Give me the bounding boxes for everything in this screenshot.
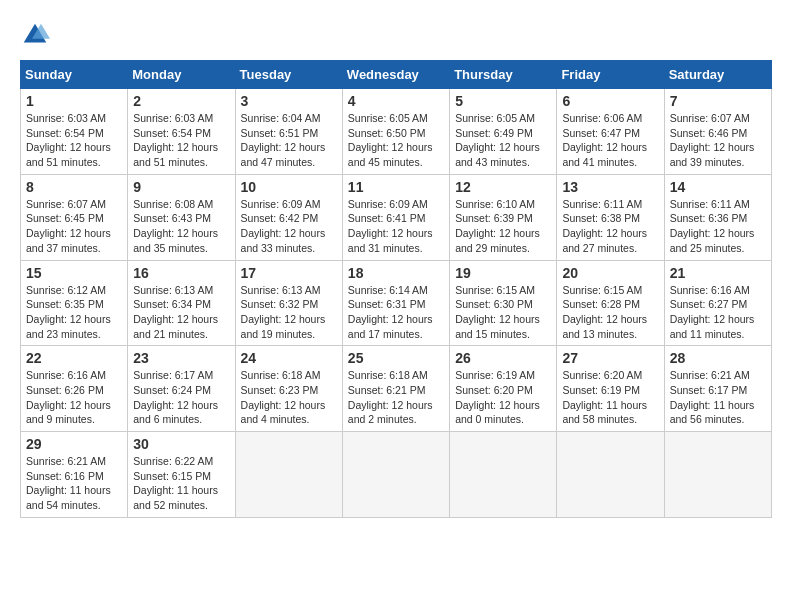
logo: [20, 20, 54, 50]
day-number: 13: [562, 179, 658, 195]
day-number: 27: [562, 350, 658, 366]
day-info: Sunrise: 6:13 AM Sunset: 6:34 PM Dayligh…: [133, 283, 229, 342]
calendar-day-3: 3Sunrise: 6:04 AM Sunset: 6:51 PM Daylig…: [235, 89, 342, 175]
day-info: Sunrise: 6:09 AM Sunset: 6:42 PM Dayligh…: [241, 197, 337, 256]
day-info: Sunrise: 6:11 AM Sunset: 6:36 PM Dayligh…: [670, 197, 766, 256]
day-number: 5: [455, 93, 551, 109]
calendar-day-11: 11Sunrise: 6:09 AM Sunset: 6:41 PM Dayli…: [342, 174, 449, 260]
calendar-day-1: 1Sunrise: 6:03 AM Sunset: 6:54 PM Daylig…: [21, 89, 128, 175]
day-number: 26: [455, 350, 551, 366]
calendar-table: SundayMondayTuesdayWednesdayThursdayFrid…: [20, 60, 772, 518]
day-info: Sunrise: 6:16 AM Sunset: 6:26 PM Dayligh…: [26, 368, 122, 427]
calendar-day-4: 4Sunrise: 6:05 AM Sunset: 6:50 PM Daylig…: [342, 89, 449, 175]
day-info: Sunrise: 6:11 AM Sunset: 6:38 PM Dayligh…: [562, 197, 658, 256]
calendar-day-16: 16Sunrise: 6:13 AM Sunset: 6:34 PM Dayli…: [128, 260, 235, 346]
calendar-day-22: 22Sunrise: 6:16 AM Sunset: 6:26 PM Dayli…: [21, 346, 128, 432]
calendar-week-2: 15Sunrise: 6:12 AM Sunset: 6:35 PM Dayli…: [21, 260, 772, 346]
day-number: 15: [26, 265, 122, 281]
day-number: 14: [670, 179, 766, 195]
day-info: Sunrise: 6:20 AM Sunset: 6:19 PM Dayligh…: [562, 368, 658, 427]
calendar-day-2: 2Sunrise: 6:03 AM Sunset: 6:54 PM Daylig…: [128, 89, 235, 175]
calendar-day-17: 17Sunrise: 6:13 AM Sunset: 6:32 PM Dayli…: [235, 260, 342, 346]
day-info: Sunrise: 6:17 AM Sunset: 6:24 PM Dayligh…: [133, 368, 229, 427]
day-info: Sunrise: 6:07 AM Sunset: 6:45 PM Dayligh…: [26, 197, 122, 256]
day-info: Sunrise: 6:22 AM Sunset: 6:15 PM Dayligh…: [133, 454, 229, 513]
calendar-week-4: 29Sunrise: 6:21 AM Sunset: 6:16 PM Dayli…: [21, 432, 772, 518]
calendar-day-23: 23Sunrise: 6:17 AM Sunset: 6:24 PM Dayli…: [128, 346, 235, 432]
weekday-wednesday: Wednesday: [342, 61, 449, 89]
day-info: Sunrise: 6:05 AM Sunset: 6:50 PM Dayligh…: [348, 111, 444, 170]
calendar-day-27: 27Sunrise: 6:20 AM Sunset: 6:19 PM Dayli…: [557, 346, 664, 432]
day-number: 28: [670, 350, 766, 366]
page-header: [20, 20, 772, 50]
day-info: Sunrise: 6:12 AM Sunset: 6:35 PM Dayligh…: [26, 283, 122, 342]
calendar-empty: [664, 432, 771, 518]
calendar-day-12: 12Sunrise: 6:10 AM Sunset: 6:39 PM Dayli…: [450, 174, 557, 260]
calendar-day-10: 10Sunrise: 6:09 AM Sunset: 6:42 PM Dayli…: [235, 174, 342, 260]
day-info: Sunrise: 6:03 AM Sunset: 6:54 PM Dayligh…: [26, 111, 122, 170]
day-number: 25: [348, 350, 444, 366]
day-info: Sunrise: 6:04 AM Sunset: 6:51 PM Dayligh…: [241, 111, 337, 170]
day-number: 20: [562, 265, 658, 281]
day-number: 19: [455, 265, 551, 281]
calendar-day-28: 28Sunrise: 6:21 AM Sunset: 6:17 PM Dayli…: [664, 346, 771, 432]
weekday-monday: Monday: [128, 61, 235, 89]
day-info: Sunrise: 6:03 AM Sunset: 6:54 PM Dayligh…: [133, 111, 229, 170]
day-info: Sunrise: 6:07 AM Sunset: 6:46 PM Dayligh…: [670, 111, 766, 170]
day-info: Sunrise: 6:15 AM Sunset: 6:28 PM Dayligh…: [562, 283, 658, 342]
calendar-day-13: 13Sunrise: 6:11 AM Sunset: 6:38 PM Dayli…: [557, 174, 664, 260]
calendar-day-7: 7Sunrise: 6:07 AM Sunset: 6:46 PM Daylig…: [664, 89, 771, 175]
day-number: 21: [670, 265, 766, 281]
day-info: Sunrise: 6:08 AM Sunset: 6:43 PM Dayligh…: [133, 197, 229, 256]
day-info: Sunrise: 6:15 AM Sunset: 6:30 PM Dayligh…: [455, 283, 551, 342]
day-number: 24: [241, 350, 337, 366]
calendar-day-26: 26Sunrise: 6:19 AM Sunset: 6:20 PM Dayli…: [450, 346, 557, 432]
day-number: 18: [348, 265, 444, 281]
weekday-thursday: Thursday: [450, 61, 557, 89]
calendar-day-20: 20Sunrise: 6:15 AM Sunset: 6:28 PM Dayli…: [557, 260, 664, 346]
day-number: 11: [348, 179, 444, 195]
calendar-day-29: 29Sunrise: 6:21 AM Sunset: 6:16 PM Dayli…: [21, 432, 128, 518]
day-info: Sunrise: 6:16 AM Sunset: 6:27 PM Dayligh…: [670, 283, 766, 342]
calendar-empty: [342, 432, 449, 518]
calendar-day-9: 9Sunrise: 6:08 AM Sunset: 6:43 PM Daylig…: [128, 174, 235, 260]
day-info: Sunrise: 6:13 AM Sunset: 6:32 PM Dayligh…: [241, 283, 337, 342]
calendar-week-1: 8Sunrise: 6:07 AM Sunset: 6:45 PM Daylig…: [21, 174, 772, 260]
calendar-day-19: 19Sunrise: 6:15 AM Sunset: 6:30 PM Dayli…: [450, 260, 557, 346]
weekday-saturday: Saturday: [664, 61, 771, 89]
calendar-empty: [450, 432, 557, 518]
day-info: Sunrise: 6:09 AM Sunset: 6:41 PM Dayligh…: [348, 197, 444, 256]
weekday-tuesday: Tuesday: [235, 61, 342, 89]
day-number: 29: [26, 436, 122, 452]
day-info: Sunrise: 6:19 AM Sunset: 6:20 PM Dayligh…: [455, 368, 551, 427]
day-number: 23: [133, 350, 229, 366]
weekday-header-row: SundayMondayTuesdayWednesdayThursdayFrid…: [21, 61, 772, 89]
day-number: 1: [26, 93, 122, 109]
day-info: Sunrise: 6:21 AM Sunset: 6:17 PM Dayligh…: [670, 368, 766, 427]
day-number: 12: [455, 179, 551, 195]
day-number: 10: [241, 179, 337, 195]
day-number: 2: [133, 93, 229, 109]
calendar-week-3: 22Sunrise: 6:16 AM Sunset: 6:26 PM Dayli…: [21, 346, 772, 432]
calendar-day-25: 25Sunrise: 6:18 AM Sunset: 6:21 PM Dayli…: [342, 346, 449, 432]
day-number: 3: [241, 93, 337, 109]
weekday-friday: Friday: [557, 61, 664, 89]
calendar-day-18: 18Sunrise: 6:14 AM Sunset: 6:31 PM Dayli…: [342, 260, 449, 346]
day-number: 16: [133, 265, 229, 281]
day-number: 8: [26, 179, 122, 195]
calendar-day-30: 30Sunrise: 6:22 AM Sunset: 6:15 PM Dayli…: [128, 432, 235, 518]
day-info: Sunrise: 6:18 AM Sunset: 6:21 PM Dayligh…: [348, 368, 444, 427]
calendar-day-8: 8Sunrise: 6:07 AM Sunset: 6:45 PM Daylig…: [21, 174, 128, 260]
calendar-day-14: 14Sunrise: 6:11 AM Sunset: 6:36 PM Dayli…: [664, 174, 771, 260]
day-number: 9: [133, 179, 229, 195]
day-number: 17: [241, 265, 337, 281]
calendar-day-15: 15Sunrise: 6:12 AM Sunset: 6:35 PM Dayli…: [21, 260, 128, 346]
day-number: 30: [133, 436, 229, 452]
calendar-day-5: 5Sunrise: 6:05 AM Sunset: 6:49 PM Daylig…: [450, 89, 557, 175]
day-info: Sunrise: 6:14 AM Sunset: 6:31 PM Dayligh…: [348, 283, 444, 342]
day-info: Sunrise: 6:18 AM Sunset: 6:23 PM Dayligh…: [241, 368, 337, 427]
calendar-empty: [557, 432, 664, 518]
calendar-day-21: 21Sunrise: 6:16 AM Sunset: 6:27 PM Dayli…: [664, 260, 771, 346]
day-info: Sunrise: 6:06 AM Sunset: 6:47 PM Dayligh…: [562, 111, 658, 170]
day-info: Sunrise: 6:10 AM Sunset: 6:39 PM Dayligh…: [455, 197, 551, 256]
